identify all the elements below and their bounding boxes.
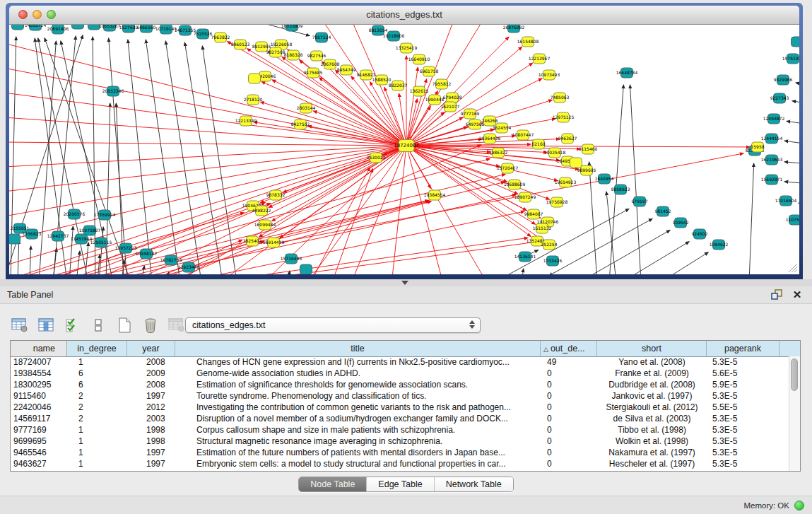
cell-year[interactable]: 2003 [127,413,175,424]
graph-node[interactable] [249,74,261,83]
cell-short[interactable]: Stergiakouli et al. (2012) [597,402,707,413]
cell-in_degree[interactable]: 1 [67,447,127,458]
column-header-name[interactable]: name [11,341,67,356]
cell-out_degree[interactable]: 0 [541,424,597,436]
cell-name[interactable]: 9115460 [11,390,67,402]
citation-network-graph[interactable]: 1405572420691406106532871527602646616010… [9,25,799,274]
cell-name[interactable]: 22420046 [11,402,67,413]
cell-short[interactable]: Dudbridge et al. (2008) [597,379,707,390]
cell-title[interactable]: Estimation of the future numbers of pati… [175,447,541,458]
network-table-select[interactable]: citations_edges.txt [185,317,481,333]
cell-pagerank[interactable]: 5.3E-5 [707,390,779,402]
scrollbar-thumb[interactable] [791,358,798,391]
close-panel-icon[interactable]: ✕ [791,288,804,302]
window-titlebar[interactable]: citations_edges.txt [9,6,799,25]
tab-node-table[interactable]: Node Table [299,477,366,491]
cell-in_degree[interactable]: 6 [67,379,127,390]
split-pane-divider[interactable] [0,279,812,286]
table-row[interactable]: 911546021997Tourette syndrome. Phenomeno… [11,390,789,402]
cell-title[interactable]: Disruption of a novel member of a sodium… [175,413,541,424]
cell-out_degree[interactable]: 0 [541,368,597,379]
divider-handle-icon[interactable] [401,281,408,285]
cell-short[interactable]: Nakamura et al. (1997) [597,447,707,458]
cell-short[interactable]: Franke et al. (2009) [597,368,707,379]
cell-out_degree[interactable]: 0 [541,413,597,424]
cell-title[interactable]: Tourette syndrome. Phenomenology and cla… [175,390,541,402]
cell-out_degree[interactable]: 0 [541,379,597,390]
vertical-scrollbar[interactable] [789,356,800,471]
cell-out_degree[interactable]: 0 [541,458,597,469]
cell-short[interactable]: Yano et al. (2008) [597,356,707,368]
cell-year[interactable]: 2008 [127,379,175,390]
cell-name[interactable]: 19384554 [11,368,67,379]
cell-name[interactable]: 14569117 [11,413,67,424]
cell-in_degree[interactable]: 2 [67,402,127,413]
cell-year[interactable]: 1997 [127,458,175,469]
tab-edge-table[interactable]: Edge Table [366,477,433,491]
cell-title[interactable]: Investigating the contribution of common… [175,402,541,413]
cell-name[interactable]: 18724007 [11,356,67,368]
column-header-short[interactable]: short [597,341,707,356]
table-row[interactable]: 1456911722003Disruption of a novel membe… [11,413,789,424]
cell-in_degree[interactable]: 2 [67,413,127,424]
cell-in_degree[interactable]: 6 [67,368,127,379]
cell-year[interactable]: 1998 [127,436,175,447]
float-window-icon[interactable] [771,289,784,300]
cell-title[interactable]: Structural magnetic resonance image aver… [175,436,541,447]
cell-out_degree[interactable]: 0 [541,402,597,413]
cell-short[interactable]: Tibbo et al. (1998) [597,424,707,436]
column-header-title[interactable]: title [175,341,541,356]
graph-node[interactable] [792,37,800,47]
cell-year[interactable]: 2008 [127,356,175,368]
cell-year[interactable]: 2009 [127,368,175,379]
cell-pagerank[interactable]: 5.3E-5 [707,458,779,469]
column-visibility-icon[interactable] [37,316,55,334]
cell-name[interactable]: 9699695 [11,436,67,447]
checkmarks-icon[interactable] [63,316,81,334]
cell-name[interactable]: 9777169 [11,424,67,436]
cell-in_degree[interactable]: 1 [67,458,127,469]
cell-pagerank[interactable]: 5.3E-5 [707,447,779,458]
cell-name[interactable]: 18300295 [11,379,67,390]
cell-pagerank[interactable]: 5.3E-5 [707,424,779,436]
cell-year[interactable]: 1997 [127,390,175,402]
table-row[interactable]: 1938455462009Genome-wide association stu… [11,368,789,379]
graph-node[interactable] [12,25,24,30]
network-canvas[interactable]: 1405572420691406106532871527602646616010… [9,25,799,274]
cell-out_degree[interactable]: 0 [541,447,597,458]
cell-in_degree[interactable]: 1 [67,356,127,368]
cell-short[interactable]: Hescheler et al. (1997) [597,458,707,469]
table-row[interactable]: 977716911998Corpus callosum shape and si… [11,424,789,436]
cell-pagerank[interactable]: 5.3E-5 [707,436,779,447]
column-header-out_degree[interactable]: △out_de... [541,341,597,356]
cell-name[interactable]: 9463627 [11,458,67,469]
graph-node[interactable] [570,158,582,168]
cell-pagerank[interactable]: 5.3E-5 [707,356,779,368]
cell-title[interactable]: Genome-wide association studies in ADHD. [175,368,541,379]
cell-out_degree[interactable]: 0 [541,390,597,402]
rows-icon[interactable] [89,316,107,334]
resize-grip-icon[interactable] [787,262,798,273]
cell-title[interactable]: Corpus callosum shape and size in male p… [175,424,541,436]
cell-in_degree[interactable]: 1 [67,424,127,436]
table-row[interactable]: 969969511998Structural magnetic resonanc… [11,436,789,447]
cell-pagerank[interactable]: 5.9E-5 [707,379,779,390]
table-row[interactable]: 1830029562008Estimation of significance … [11,379,789,390]
cell-short[interactable]: de Silva et al. (2003) [597,413,707,424]
cell-in_degree[interactable]: 2 [67,390,127,402]
cell-in_degree[interactable]: 1 [67,436,127,447]
cell-short[interactable]: Jankovic et al. (1997) [597,390,707,402]
cell-year[interactable]: 2012 [127,402,175,413]
cell-title[interactable]: Embryonic stem cells: a model to study s… [175,458,541,469]
cell-short[interactable]: Wolkin et al. (1998) [597,436,707,447]
graph-node[interactable] [300,264,312,274]
cell-out_degree[interactable]: 49 [541,356,597,368]
memory-ok-icon[interactable] [794,501,804,510]
cell-title[interactable]: Changes of HCN gene expression and I(f) … [175,356,541,368]
tab-network-table[interactable]: Network Table [434,477,513,491]
cell-pagerank[interactable]: 5.5E-5 [707,402,779,413]
cell-year[interactable]: 1998 [127,424,175,436]
table-row[interactable]: 946554611997Estimation of the future num… [11,447,789,458]
cell-year[interactable]: 1997 [127,447,175,458]
column-header-year[interactable]: year [127,341,175,356]
